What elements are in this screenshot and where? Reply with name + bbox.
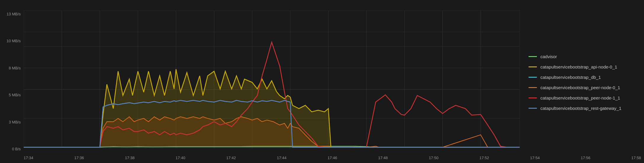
legend-label-text: catapultservicebootstrap_db_1	[540, 75, 601, 80]
chart-container: 13 MB/s10 MB/s8 MB/s5 MB/s3 MB/s0 B/s	[0, 0, 644, 163]
x-axis-label: 17:36	[74, 156, 84, 160]
x-axis-label: 17:50	[429, 156, 439, 160]
legend-label-text: catapultservicebootstrap_rest-gateway_1	[540, 106, 622, 111]
graph-and-legend: cadvisorcatapultservicebootstrap_api-nod…	[24, 10, 644, 154]
x-axis-label: 17:56	[581, 156, 590, 160]
x-axis-label: 17:48	[378, 156, 388, 160]
x-axis-label: 17:40	[176, 156, 185, 160]
y-axis: 13 MB/s10 MB/s8 MB/s5 MB/s3 MB/s0 B/s	[0, 10, 24, 160]
legend-item: catapultservicebootstrap_rest-gateway_1	[529, 106, 644, 111]
legend-color-swatch	[529, 87, 537, 88]
legend-label-text: cadvisor	[540, 54, 557, 59]
x-axis-label: 17:38	[125, 156, 135, 160]
legend-color-swatch	[529, 56, 537, 57]
x-axis-label: 17:42	[226, 156, 236, 160]
legend-item: cadvisor	[529, 54, 644, 59]
chart-body: 13 MB/s10 MB/s8 MB/s5 MB/s3 MB/s0 B/s	[0, 10, 644, 160]
x-axis-label: 17:52	[479, 156, 489, 160]
legend-label-text: catapultservicebootstrap_peer-node-1_1	[540, 95, 620, 100]
legend-item: catapultservicebootstrap_db_1	[529, 75, 644, 80]
y-axis-label: 8 MB/s	[9, 66, 21, 70]
chart-area: cadvisorcatapultservicebootstrap_api-nod…	[24, 10, 644, 160]
x-axis-label: 17:44	[277, 156, 287, 160]
legend-item: catapultservicebootstrap_api-node-0_1	[529, 64, 644, 69]
x-axis-label: 17:54	[530, 156, 540, 160]
legend: cadvisorcatapultservicebootstrap_api-nod…	[520, 10, 644, 154]
y-axis-label: 3 MB/s	[9, 120, 21, 124]
legend-label-text: catapultservicebootstrap_api-node-0_1	[540, 64, 617, 69]
legend-color-swatch	[529, 108, 537, 109]
y-axis-label: 5 MB/s	[9, 93, 21, 97]
graph-wrapper	[24, 10, 520, 154]
legend-label-text: catapultservicebootstrap_peer-node-0_1	[540, 85, 620, 90]
legend-item: catapultservicebootstrap_peer-node-1_1	[529, 95, 644, 100]
y-axis-label: 13 MB/s	[7, 12, 21, 16]
legend-color-swatch	[529, 77, 537, 78]
x-axis: 17:3417:3617:3817:4017:4217:4417:4617:48…	[24, 156, 644, 160]
x-axis-label: 17:58	[631, 156, 641, 160]
chart-svg	[24, 10, 520, 154]
legend-item: catapultservicebootstrap_peer-node-0_1	[529, 85, 644, 90]
y-axis-label: 10 MB/s	[7, 39, 21, 43]
x-axis-label: 17:46	[328, 156, 337, 160]
legend-color-swatch	[529, 97, 537, 98]
legend-color-swatch	[529, 66, 537, 67]
y-axis-label: 0 B/s	[12, 147, 21, 151]
x-axis-label: 17:34	[24, 156, 33, 160]
